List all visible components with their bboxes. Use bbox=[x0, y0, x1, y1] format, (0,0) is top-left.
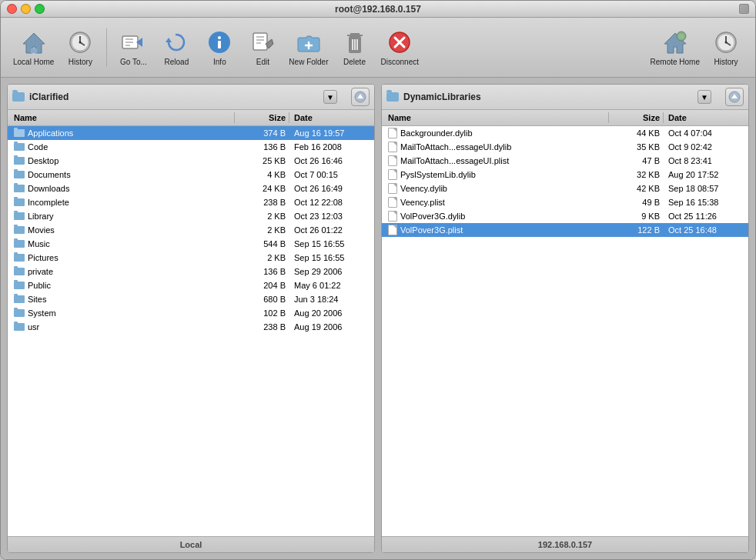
file-date: Oct 26 01:22 bbox=[289, 224, 374, 236]
file-row[interactable]: Desktop25 KBOct 26 16:46 bbox=[8, 154, 374, 168]
local-home-label: Local Home bbox=[13, 58, 54, 66]
file-date: Oct 8 23:41 bbox=[664, 155, 748, 167]
file-name: Movies bbox=[8, 224, 234, 236]
right-column-headers: Name Size Date bbox=[382, 110, 748, 126]
reload-label: Reload bbox=[165, 58, 189, 66]
close-button[interactable] bbox=[7, 4, 17, 14]
left-panel-footer: Local bbox=[8, 536, 374, 552]
left-col-date[interactable]: Date bbox=[289, 112, 374, 124]
left-panel-up[interactable] bbox=[351, 88, 370, 106]
file-row[interactable]: Library2 KBOct 23 12:03 bbox=[8, 209, 374, 223]
clock-right-icon bbox=[712, 28, 740, 56]
disconnect-button[interactable]: Disconnect bbox=[378, 23, 422, 72]
file-row[interactable]: Documents4 KBOct 7 00:15 bbox=[8, 168, 374, 182]
edit-icon bbox=[249, 28, 276, 56]
file-size: 24 KB bbox=[235, 182, 289, 195]
file-name: Veency.plist bbox=[382, 195, 608, 209]
file-row[interactable]: Backgrounder.dylib44 KBOct 4 07:04 bbox=[382, 126, 748, 140]
file-size: 42 KB bbox=[609, 182, 663, 195]
file-icon bbox=[388, 225, 397, 235]
minimize-button[interactable] bbox=[21, 4, 31, 14]
file-row[interactable]: Public204 BMay 6 01:22 bbox=[8, 278, 374, 292]
main-window: root@192.168.0.157 Local Home bbox=[0, 0, 756, 560]
file-row[interactable]: usr238 BAug 19 2006 bbox=[8, 320, 374, 334]
svg-point-36 bbox=[725, 42, 728, 44]
resize-button[interactable] bbox=[739, 4, 749, 14]
info-label: Info bbox=[213, 58, 226, 66]
folder-icon bbox=[14, 129, 25, 137]
file-icon bbox=[388, 128, 397, 138]
file-icon bbox=[388, 197, 397, 208]
folder-icon bbox=[14, 226, 25, 234]
file-row[interactable]: VolPover3G.plist122 BOct 25 16:48 bbox=[382, 223, 748, 237]
folder-icon bbox=[14, 254, 25, 262]
remote-home-button[interactable]: Remote Home bbox=[647, 23, 703, 72]
file-date: Aug 19 2006 bbox=[289, 321, 374, 333]
toolbar-sep-1 bbox=[106, 28, 107, 67]
edit-button[interactable]: Edit bbox=[243, 23, 283, 72]
right-panel-up[interactable] bbox=[725, 88, 744, 106]
left-file-list[interactable]: Applications374 BAug 16 19:57Code136 BFe… bbox=[8, 126, 374, 536]
delete-button[interactable]: Delete bbox=[335, 23, 375, 72]
file-size: 35 KB bbox=[609, 141, 663, 153]
file-name: Applications bbox=[8, 127, 234, 139]
right-panel: DynamicLibraries ▼ Name Size Date bbox=[381, 84, 749, 553]
file-row[interactable]: Incomplete238 BOct 12 22:08 bbox=[8, 195, 374, 209]
left-col-name[interactable]: Name bbox=[8, 112, 234, 124]
toolbar: Local Home History bbox=[1, 18, 755, 78]
folder-icon bbox=[14, 157, 25, 165]
file-size: 2 KB bbox=[235, 252, 289, 264]
file-row[interactable]: private136 BSep 29 2006 bbox=[8, 265, 374, 278]
goto-button[interactable]: Go To... bbox=[113, 23, 153, 72]
file-date: Sep 16 15:38 bbox=[664, 196, 748, 208]
maximize-button[interactable] bbox=[35, 4, 45, 14]
file-date: Jun 3 18:24 bbox=[289, 293, 374, 305]
file-row[interactable]: Applications374 BAug 16 19:57 bbox=[8, 126, 374, 140]
file-row[interactable]: Veency.dylib42 KBSep 18 08:57 bbox=[382, 182, 748, 195]
file-row[interactable]: Music544 BSep 15 16:55 bbox=[8, 237, 374, 251]
file-row[interactable]: Pictures2 KBSep 15 16:55 bbox=[8, 251, 374, 265]
file-row[interactable]: Veency.plist49 BSep 16 15:38 bbox=[382, 195, 748, 209]
right-file-list[interactable]: Backgrounder.dylib44 KBOct 4 07:04MailTo… bbox=[382, 126, 748, 536]
file-row[interactable]: Movies2 KBOct 26 01:22 bbox=[8, 223, 374, 237]
file-row[interactable]: PyslSystemLib.dylib32 KBAug 20 17:52 bbox=[382, 168, 748, 182]
file-row[interactable]: MailToAttach...essageUI.dylib35 KBOct 9 … bbox=[382, 140, 748, 154]
goto-label: Go To... bbox=[120, 58, 147, 66]
file-size: 2 KB bbox=[235, 210, 289, 222]
info-button[interactable]: Info bbox=[199, 23, 239, 72]
history-right-button[interactable]: History bbox=[706, 23, 746, 72]
reload-button[interactable]: Reload bbox=[156, 23, 196, 72]
file-date: Oct 26 16:49 bbox=[289, 182, 374, 195]
file-row[interactable]: VolPover3G.dylib9 KBOct 25 11:26 bbox=[382, 209, 748, 223]
file-size: 9 KB bbox=[609, 210, 663, 222]
file-row[interactable]: Downloads24 KBOct 26 16:49 bbox=[8, 182, 374, 195]
folder-icon bbox=[14, 143, 25, 151]
file-row[interactable]: System102 BAug 20 2006 bbox=[8, 306, 374, 320]
file-icon bbox=[388, 211, 397, 222]
folder-icon bbox=[14, 295, 25, 303]
file-name: private bbox=[8, 265, 234, 278]
left-col-size[interactable]: Size bbox=[235, 112, 289, 124]
file-row[interactable]: Sites680 BJun 3 18:24 bbox=[8, 292, 374, 306]
right-panel-dropdown[interactable]: ▼ bbox=[697, 90, 711, 104]
file-name: Backgrounder.dylib bbox=[382, 126, 608, 140]
file-date: May 6 01:22 bbox=[289, 279, 374, 292]
new-folder-button[interactable]: New Folder bbox=[286, 23, 331, 72]
file-row[interactable]: Code136 BFeb 16 2008 bbox=[8, 140, 374, 154]
left-panel-dropdown[interactable]: ▼ bbox=[323, 90, 337, 104]
left-folder-icon bbox=[12, 92, 25, 102]
file-size: 102 B bbox=[235, 307, 289, 319]
file-date: Sep 15 16:55 bbox=[289, 238, 374, 250]
right-col-date[interactable]: Date bbox=[664, 112, 748, 124]
left-panel-header: iClarified ▼ bbox=[8, 85, 374, 110]
file-date: Oct 7 00:15 bbox=[289, 168, 374, 181]
file-name: Downloads bbox=[8, 182, 234, 195]
file-name: VolPover3G.dylib bbox=[382, 209, 608, 223]
right-col-name[interactable]: Name bbox=[382, 112, 608, 124]
file-date: Aug 20 2006 bbox=[289, 307, 374, 319]
file-row[interactable]: MailToAttach...essageUI.plist47 BOct 8 2… bbox=[382, 154, 748, 168]
local-home-button[interactable]: Local Home bbox=[10, 23, 57, 72]
history-left-button[interactable]: History bbox=[60, 23, 100, 72]
folder-icon bbox=[14, 185, 25, 192]
right-col-size[interactable]: Size bbox=[609, 112, 663, 124]
